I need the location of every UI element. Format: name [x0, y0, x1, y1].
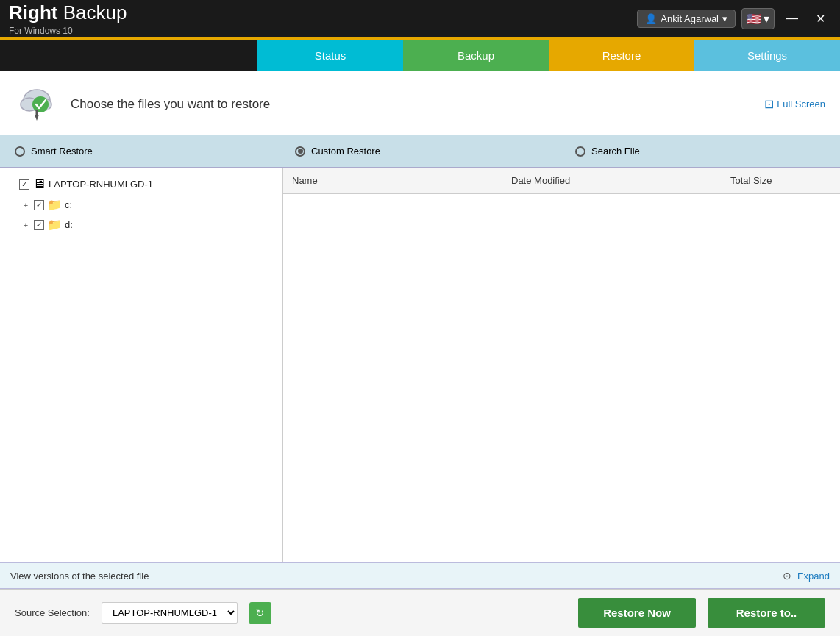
versions-up-arrow-icon: ⊙	[783, 570, 791, 582]
restore-header-left: Choose the files you want to restore	[15, 84, 270, 124]
tree-expand-d-icon: +	[21, 221, 31, 229]
flag-icon: 🇺🇸	[747, 12, 761, 26]
versions-right: ⊙ Expand	[783, 570, 830, 582]
restore-now-button[interactable]: Restore Now	[578, 598, 696, 628]
cloud-restore-icon	[15, 84, 59, 124]
tree-collapse-icon: −	[6, 180, 16, 189]
file-list-empty-area	[283, 194, 840, 562]
bottom-bar: Source Selection: LAPTOP-RNHUMLGD-1 ↻ Re…	[0, 589, 840, 636]
svg-point-4	[32, 96, 49, 112]
file-table-header: Name Date Modified Total Size	[283, 168, 840, 194]
option-custom-restore[interactable]: Custom Restore	[280, 135, 560, 167]
user-button[interactable]: 👤 Ankit Agarwal ▾	[637, 10, 736, 28]
tab-restore[interactable]: Restore	[549, 40, 694, 71]
restore-to-button[interactable]: Restore to..	[708, 598, 825, 628]
versions-text: View versions of the selected file	[10, 571, 149, 582]
flag-dropdown-icon: ▾	[764, 12, 769, 26]
minimize-button[interactable]: —	[780, 10, 804, 26]
app-title-bold: Right	[9, 1, 57, 24]
app-subtitle: For Windows 10	[9, 26, 637, 36]
col-size: Total Size	[722, 172, 840, 189]
source-selection-dropdown[interactable]: LAPTOP-RNHUMLGD-1	[102, 602, 238, 624]
svg-marker-5	[35, 115, 39, 121]
file-list-panel: Name Date Modified Total Size	[283, 168, 840, 562]
expand-link[interactable]: Expand	[797, 571, 830, 582]
restore-header: Choose the files you want to restore ⊡ F…	[0, 71, 840, 135]
tree-root-node[interactable]: − 🖥 LAPTOP-RNHUMLGD-1	[0, 174, 282, 195]
file-tree-panel: − 🖥 LAPTOP-RNHUMLGD-1 + 📁 c: + 📁 d:	[0, 168, 283, 562]
col-name: Name	[283, 172, 502, 189]
option-search-file[interactable]: Search File	[560, 135, 840, 167]
options-bar: Smart Restore Custom Restore Search File	[0, 135, 840, 168]
tree-node-c[interactable]: + 📁 c:	[0, 195, 282, 215]
titlebar: Right Backup For Windows 10 👤 Ankit Agar…	[0, 0, 840, 37]
refresh-icon: ↻	[255, 607, 265, 620]
versions-bar: View versions of the selected file ⊙ Exp…	[0, 562, 840, 589]
tab-settings[interactable]: Settings	[694, 40, 840, 71]
source-selection-label: Source Selection:	[15, 607, 90, 618]
tab-backup[interactable]: Backup	[403, 40, 549, 71]
custom-restore-radio[interactable]	[295, 146, 305, 157]
app-title: Right Backup	[9, 1, 637, 24]
tree-c-label: c:	[65, 199, 72, 210]
main-content: Choose the files you want to restore ⊡ F…	[0, 71, 840, 636]
folder-d-icon: 📁	[47, 218, 62, 232]
smart-restore-radio[interactable]	[15, 146, 25, 157]
tree-root-checkbox[interactable]	[19, 179, 29, 190]
app-title-light: Backup	[57, 1, 127, 24]
user-label: Ankit Agarwal	[661, 13, 719, 24]
tree-node-d[interactable]: + 📁 d:	[0, 215, 282, 235]
close-button[interactable]: ✕	[810, 10, 831, 27]
folder-c-icon: 📁	[47, 198, 62, 212]
fullscreen-link[interactable]: ⊡ Full Screen	[764, 97, 825, 111]
tree-c-checkbox[interactable]	[34, 200, 44, 210]
tree-expand-c-icon: +	[21, 201, 31, 210]
search-file-radio[interactable]	[575, 146, 585, 157]
tree-root-label: LAPTOP-RNHUMLGD-1	[49, 179, 153, 190]
user-dropdown-icon: ▾	[722, 13, 727, 24]
nav-tabs: Status Backup Restore Settings	[0, 40, 840, 71]
content-area: − 🖥 LAPTOP-RNHUMLGD-1 + 📁 c: + 📁 d:	[0, 168, 840, 562]
col-date: Date Modified	[502, 172, 722, 189]
refresh-button[interactable]: ↻	[249, 602, 271, 624]
user-icon: 👤	[645, 13, 657, 24]
restore-header-text: Choose the files you want to restore	[71, 97, 270, 112]
svg-rect-6	[36, 110, 38, 115]
tree-d-checkbox[interactable]	[34, 220, 44, 230]
tree-d-label: d:	[65, 219, 73, 230]
computer-icon: 🖥	[32, 176, 46, 192]
tab-status[interactable]: Status	[257, 40, 403, 71]
titlebar-controls: 👤 Ankit Agarwal ▾ 🇺🇸 ▾ — ✕	[637, 8, 831, 29]
fullscreen-icon: ⊡	[764, 97, 774, 111]
language-button[interactable]: 🇺🇸 ▾	[741, 8, 775, 29]
option-smart-restore[interactable]: Smart Restore	[0, 135, 280, 167]
